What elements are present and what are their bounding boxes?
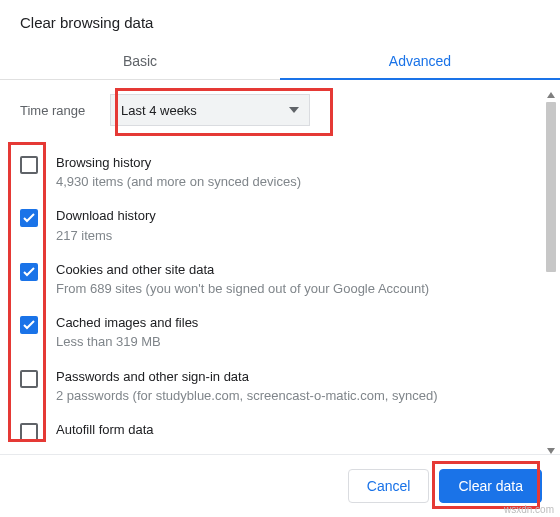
option-cached: Cached images and files Less than 319 MB — [20, 306, 520, 359]
option-download-history: Download history 217 items — [20, 199, 520, 252]
scroll-thumb[interactable] — [546, 102, 556, 272]
tab-bar: Basic Advanced — [0, 43, 560, 80]
option-title: Download history — [56, 207, 520, 225]
dropdown-icon — [289, 107, 299, 113]
option-cookies: Cookies and other site data From 689 sit… — [20, 253, 520, 306]
option-passwords: Passwords and other sign-in data 2 passw… — [20, 360, 520, 413]
option-subtitle: 2 passwords (for studyblue.com, screenca… — [56, 387, 520, 405]
checkbox-download-history[interactable] — [20, 209, 38, 227]
tab-basic[interactable]: Basic — [0, 43, 280, 79]
checkbox-cookies[interactable] — [20, 263, 38, 281]
time-range-value: Last 4 weeks — [121, 103, 197, 118]
option-subtitle: From 689 sites (you won't be signed out … — [56, 280, 520, 298]
option-subtitle: 4,930 items (and more on synced devices) — [56, 173, 520, 191]
scroll-down-icon[interactable] — [544, 444, 558, 454]
option-text: Autofill form data — [56, 421, 520, 439]
cancel-button[interactable]: Cancel — [348, 469, 430, 503]
option-autofill: Autofill form data — [20, 413, 520, 441]
option-text: Cached images and files Less than 319 MB — [56, 314, 520, 351]
dialog-title: Clear browsing data — [0, 0, 560, 43]
scrollbar[interactable] — [544, 88, 558, 454]
content-area: Time range Last 4 weeks Browsing history… — [0, 80, 560, 454]
option-title: Cached images and files — [56, 314, 520, 332]
time-range-label: Time range — [20, 103, 110, 118]
time-range-row: Time range Last 4 weeks — [20, 94, 520, 126]
time-range-select[interactable]: Last 4 weeks — [110, 94, 310, 126]
checkbox-passwords[interactable] — [20, 370, 38, 388]
option-text: Cookies and other site data From 689 sit… — [56, 261, 520, 298]
option-title: Cookies and other site data — [56, 261, 520, 279]
option-subtitle: Less than 319 MB — [56, 333, 520, 351]
clear-data-button[interactable]: Clear data — [439, 469, 542, 503]
option-text: Browsing history 4,930 items (and more o… — [56, 154, 520, 191]
checkbox-autofill[interactable] — [20, 423, 38, 441]
option-text: Passwords and other sign-in data 2 passw… — [56, 368, 520, 405]
option-title: Autofill form data — [56, 421, 520, 439]
checkbox-browsing-history[interactable] — [20, 156, 38, 174]
clear-browsing-data-dialog: Clear browsing data Basic Advanced Time … — [0, 0, 560, 517]
watermark: wsxdn.com — [504, 504, 554, 515]
option-title: Passwords and other sign-in data — [56, 368, 520, 386]
option-text: Download history 217 items — [56, 207, 520, 244]
checkbox-cached[interactable] — [20, 316, 38, 334]
option-browsing-history: Browsing history 4,930 items (and more o… — [20, 146, 520, 199]
option-title: Browsing history — [56, 154, 520, 172]
scroll-up-icon[interactable] — [544, 88, 558, 102]
tab-advanced[interactable]: Advanced — [280, 43, 560, 79]
scroll-content[interactable]: Time range Last 4 weeks Browsing history… — [0, 80, 560, 454]
option-subtitle: 217 items — [56, 227, 520, 245]
scroll-track[interactable] — [544, 102, 558, 444]
dialog-footer: Cancel Clear data — [0, 454, 560, 517]
